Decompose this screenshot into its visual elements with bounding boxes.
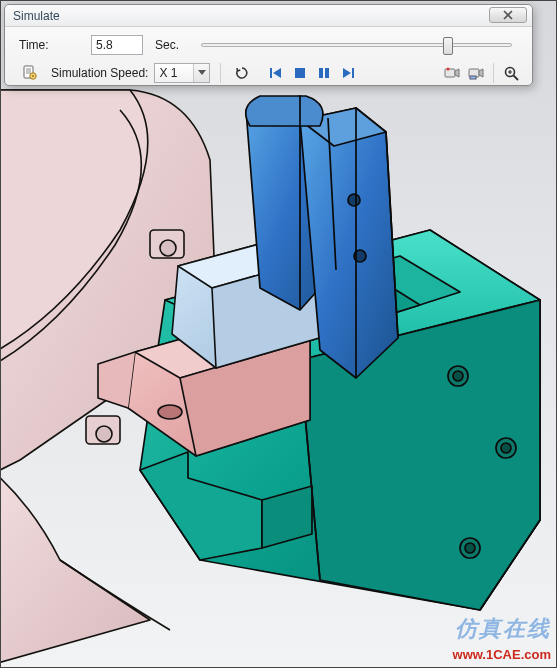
step-back-icon <box>269 67 283 79</box>
dialog-title-text: Simulate <box>13 9 60 23</box>
dialog-titlebar[interactable]: Simulate <box>5 5 532 27</box>
settings-button[interactable] <box>19 62 41 84</box>
stop-icon <box>294 67 306 79</box>
time-label: Time: <box>19 38 85 52</box>
document-gear-icon <box>22 65 38 81</box>
refresh-button[interactable] <box>231 62 253 84</box>
watermark-text: 仿真在线 <box>455 614 551 644</box>
simulate-dialog: Simulate Time: 5.8 Sec. <box>4 4 533 86</box>
separator <box>493 63 494 83</box>
svg-point-15 <box>32 75 34 77</box>
svg-rect-18 <box>319 68 323 78</box>
speed-label: Simulation Speed: <box>51 66 148 80</box>
chevron-down-icon[interactable] <box>193 64 209 82</box>
svg-point-9 <box>465 543 475 553</box>
speed-combo-value: X 1 <box>159 66 177 80</box>
zoom-fit-button[interactable] <box>500 62 522 84</box>
svg-point-22 <box>447 68 450 71</box>
time-slider[interactable] <box>201 43 512 47</box>
stop-button[interactable] <box>289 62 311 84</box>
svg-point-3 <box>96 426 112 442</box>
pause-button[interactable] <box>313 62 335 84</box>
svg-point-7 <box>501 443 511 453</box>
step-forward-button[interactable] <box>337 62 359 84</box>
cad-3d-viewport[interactable]: 仿真在线 www.1CAE.com <box>0 0 557 668</box>
time-unit-label: Sec. <box>155 38 191 52</box>
svg-rect-24 <box>470 76 476 79</box>
record-cam-a-button[interactable] <box>441 62 463 84</box>
time-slider-thumb[interactable] <box>443 37 453 55</box>
refresh-icon <box>235 66 249 80</box>
pause-icon <box>318 67 330 79</box>
magnifier-icon <box>504 66 519 81</box>
record-cam-b-button[interactable] <box>465 62 487 84</box>
svg-rect-16 <box>270 68 272 78</box>
svg-point-11 <box>348 194 360 206</box>
svg-rect-17 <box>295 68 305 78</box>
svg-point-2 <box>160 240 176 256</box>
close-icon <box>503 10 513 20</box>
svg-rect-19 <box>325 68 329 78</box>
step-forward-icon <box>341 67 355 79</box>
camera-b-icon <box>468 66 484 80</box>
svg-point-10 <box>158 405 182 419</box>
svg-rect-20 <box>352 68 354 78</box>
close-button[interactable] <box>489 7 527 23</box>
svg-point-5 <box>453 371 463 381</box>
step-back-button[interactable] <box>265 62 287 84</box>
watermark-url: www.1CAE.com <box>453 647 551 662</box>
speed-combo[interactable]: X 1 <box>154 63 210 83</box>
camera-a-icon <box>444 66 460 80</box>
svg-rect-21 <box>445 69 455 77</box>
time-input[interactable]: 5.8 <box>91 35 143 55</box>
separator <box>220 63 221 83</box>
